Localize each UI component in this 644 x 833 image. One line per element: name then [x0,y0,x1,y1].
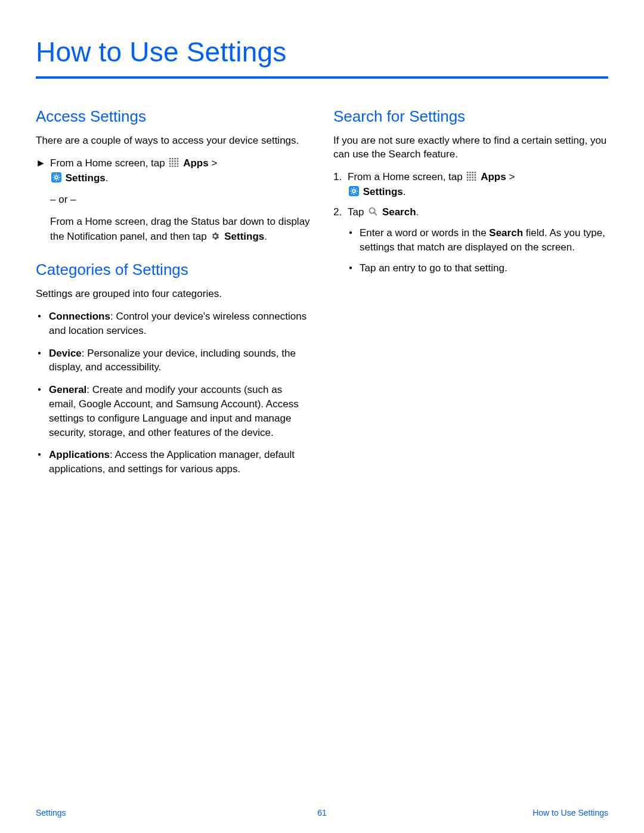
svg-point-12 [169,165,171,167]
gt: > [209,157,218,169]
svg-line-49 [356,188,357,189]
svg-point-26 [469,172,471,174]
settings-label: Settings [66,172,106,184]
svg-line-47 [356,193,357,193]
svg-line-22 [58,179,59,179]
settings-label-2: Settings [224,231,264,242]
left-column: Access Settings There are a couple of wa… [36,105,311,485]
svg-point-10 [175,163,177,165]
sub-text: Enter a word or words in the [360,227,489,239]
search-step-2: 2. Tap Search. Enter a word or words in … [333,205,608,283]
categories-list: Connections: Control your device's wirel… [36,309,311,476]
svg-point-37 [467,179,469,181]
svg-line-46 [351,188,352,189]
svg-point-7 [177,160,179,162]
sub-text: Tap an entry to go to that setting. [360,262,507,274]
svg-line-48 [351,193,352,193]
svg-point-3 [177,158,179,160]
svg-point-1 [172,158,174,160]
svg-point-14 [175,165,177,167]
title-rule [36,76,608,79]
list-item: Connections: Control your device's wirel… [36,309,311,338]
categories-intro: Settings are grouped into four categorie… [36,287,311,301]
svg-line-21 [54,175,54,175]
step-text: From a Home screen, tap [50,157,168,169]
svg-point-39 [472,179,474,181]
svg-point-27 [472,172,474,174]
heading-search-settings: Search for Settings [333,107,608,126]
period: . [106,172,109,184]
triangle-marker-icon: ► [36,156,50,244]
list-item: Device: Personalize your device, includi… [36,346,311,375]
svg-point-38 [469,179,471,181]
cat-text: : Personalize your device, including sou… [49,348,296,373]
search-steps: 1. From a Home screen, tap Apps > Settin… [333,170,608,283]
svg-point-6 [175,160,177,162]
cat-label: Connections [49,311,110,322]
svg-line-51 [374,213,377,215]
or-text: – or – [50,193,311,208]
cat-label: Applications [49,449,110,460]
search-sub-list: Enter a word or words in the Search fiel… [348,226,608,275]
list-item: Enter a word or words in the Search fiel… [348,226,608,255]
apps-grid-icon [466,171,476,181]
footer-left: Settings [36,808,66,817]
access-steps: ► From a Home screen, tap Apps > Setting… [36,156,311,244]
search-step-1: 1. From a Home screen, tap Apps > Settin… [333,170,608,199]
page-title: How to Use Settings [36,36,608,68]
search-bold: Search [489,227,523,239]
alt-step-text: From a Home screen, drag the Status bar … [50,216,310,242]
svg-point-35 [472,176,474,178]
step-text: Tap [348,206,367,218]
cat-label: General [49,384,86,395]
search-intro: If you are not sure exactly where to fin… [333,134,608,162]
svg-point-2 [175,158,177,160]
svg-point-50 [370,208,375,213]
right-column: Search for Settings If you are not sure … [333,105,608,485]
settings-gear-blue-icon [51,172,61,182]
svg-line-23 [54,179,54,179]
footer-right: How to Use Settings [532,808,608,817]
gt: > [506,171,515,182]
heading-categories: Categories of Settings [36,261,311,279]
list-item: General: Create and modify your accounts… [36,383,311,439]
list-item: Tap an entry to go to that setting. [348,261,608,275]
access-intro: There are a couple of ways to access you… [36,134,311,148]
apps-label: Apps [481,171,506,182]
svg-point-28 [475,172,476,174]
svg-point-0 [169,158,171,160]
svg-point-8 [169,163,171,165]
svg-point-4 [169,160,171,162]
step-number: 1. [333,170,348,199]
svg-point-34 [469,176,471,178]
svg-point-31 [472,174,474,176]
period: . [403,186,406,197]
page-footer: Settings 61 How to Use Settings [0,808,644,817]
footer-page-number: 61 [317,808,327,817]
svg-line-24 [58,175,59,175]
list-item: Applications: Access the Application man… [36,448,311,476]
access-step: ► From a Home screen, tap Apps > Setting… [36,156,311,244]
search-label: Search [382,206,416,218]
period: . [416,206,419,218]
cat-text: : Create and modify your accounts (such … [49,384,299,438]
svg-point-5 [172,160,174,162]
svg-point-25 [467,172,469,174]
svg-point-15 [177,165,179,167]
svg-point-33 [467,176,469,178]
apps-label: Apps [183,157,209,169]
settings-label: Settings [363,186,403,197]
period: . [264,231,267,242]
settings-gear-icon [210,231,220,241]
svg-point-11 [177,163,179,165]
svg-point-30 [469,174,471,176]
svg-point-32 [475,174,476,176]
step-text: From a Home screen, tap [348,171,465,182]
svg-point-36 [475,176,476,178]
svg-point-29 [467,174,469,176]
svg-point-40 [475,179,476,181]
settings-gear-blue-icon [349,186,359,196]
svg-point-13 [172,165,174,167]
apps-grid-icon [169,157,179,168]
step-number: 2. [333,205,348,283]
